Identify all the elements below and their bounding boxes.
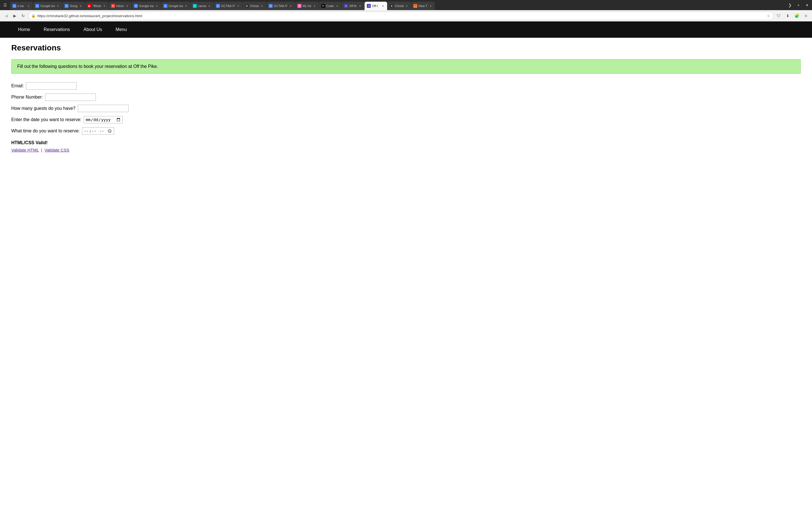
- bookmark-star-icon[interactable]: ☆: [767, 13, 770, 18]
- time-label: What time do you want to reserve:: [11, 128, 80, 133]
- tab-favicon: G: [64, 4, 68, 8]
- nav-link-about[interactable]: About Us: [77, 21, 109, 38]
- url-display: https://christiank32.github.io/restauran…: [37, 14, 765, 18]
- email-input[interactable]: [26, 82, 77, 90]
- tab-close-button[interactable]: ×: [335, 4, 339, 8]
- browser-chrome: ☰ Ge tra×GGoogle tra×GGoog×▶"Bliste×MInb…: [0, 0, 812, 21]
- date-label: Enter the date you want to reserve:: [11, 117, 82, 122]
- tab-close-button[interactable]: ×: [312, 4, 316, 8]
- validation-title: HTML/CSS Valid!: [11, 140, 801, 145]
- tab-list-button[interactable]: ▾: [803, 1, 811, 9]
- tab-close-button[interactable]: ×: [56, 4, 60, 8]
- tab-close-button[interactable]: ×: [260, 4, 264, 8]
- browser-tab[interactable]: ▶"Bliste×: [85, 2, 109, 10]
- browser-tab[interactable]: ●Christi×: [388, 2, 411, 10]
- tab-favicon: ♥: [297, 4, 301, 8]
- browser-tab[interactable]: GGCTAA IT×: [266, 2, 295, 10]
- tabs-container: Ge tra×GGoogle tra×GGoog×▶"Bliste×MInbox…: [10, 0, 785, 10]
- validation-links: Validate HTML | Validate CSS: [11, 148, 801, 152]
- main-content: Reservations Fill out the following ques…: [0, 38, 812, 158]
- guests-label: How many guests do you have?: [11, 106, 75, 111]
- download-button[interactable]: ⬇: [784, 12, 792, 20]
- nav-link-menu[interactable]: Menu: [109, 21, 134, 38]
- browser-tab[interactable]: ♥My Se×: [295, 2, 319, 10]
- nav-link-home[interactable]: Home: [11, 21, 37, 38]
- browser-tab[interactable]: GGoogle tra×: [161, 2, 190, 10]
- toolbar: ◀ ▶ ↻ 🔒 https://christiank32.github.io/r…: [0, 10, 812, 21]
- tab-close-button[interactable]: ×: [155, 4, 159, 8]
- tab-title: Google tra: [168, 4, 183, 8]
- tab-favicon: O: [344, 4, 348, 8]
- tab-close-button[interactable]: ×: [405, 4, 409, 8]
- tab-scroll-right-button[interactable]: ❯: [786, 1, 794, 9]
- tab-close-button[interactable]: ×: [184, 4, 188, 8]
- tab-favicon: 🦊: [413, 4, 417, 8]
- shield-icon[interactable]: 🛡: [775, 12, 783, 20]
- validate-css-link[interactable]: Validate CSS: [45, 148, 69, 152]
- browser-tab[interactable]: Ge tra×: [10, 2, 33, 10]
- tab-close-button[interactable]: ×: [236, 4, 240, 8]
- browser-tab[interactable]: Ccanva×: [191, 2, 213, 10]
- nav-link-reservations[interactable]: Reservations: [37, 21, 77, 38]
- time-input[interactable]: [82, 127, 114, 135]
- date-input[interactable]: [84, 116, 123, 123]
- nav-list: Home Reservations About Us Menu: [11, 21, 801, 38]
- tab-title: Google tra: [40, 4, 55, 8]
- tab-close-button[interactable]: ×: [27, 4, 31, 8]
- sidebar-toggle-button[interactable]: ☰: [1, 1, 9, 9]
- email-label: Email:: [11, 83, 24, 89]
- back-button[interactable]: ◀: [2, 12, 10, 20]
- tab-favicon: M: [111, 4, 115, 8]
- tab-favicon: ✦: [321, 4, 325, 8]
- time-group: What time do you want to reserve:: [11, 127, 801, 135]
- tab-favicon: G: [12, 4, 16, 8]
- tab-title: My Se: [303, 4, 311, 8]
- tab-close-button[interactable]: ×: [381, 4, 385, 8]
- browser-tab[interactable]: GGoogle tra×: [33, 2, 62, 10]
- nav-item-about[interactable]: About Us: [77, 21, 109, 38]
- menu-button[interactable]: ≡: [802, 12, 810, 20]
- browser-tab[interactable]: 🦊New T×: [411, 2, 435, 10]
- tab-bar-left: ☰: [1, 1, 9, 9]
- tab-favicon: O: [367, 4, 371, 8]
- tab-close-button[interactable]: ×: [428, 4, 433, 8]
- tab-title: New T: [418, 4, 427, 8]
- tab-title: Christi: [395, 4, 403, 8]
- browser-tab[interactable]: MInbox×: [109, 2, 132, 10]
- toolbar-nav: ◀ ▶ ↻: [2, 12, 27, 20]
- guests-group: How many guests do you have?: [11, 105, 801, 112]
- nav-item-home[interactable]: Home: [11, 21, 37, 38]
- phone-input[interactable]: [45, 94, 96, 101]
- tab-close-button[interactable]: ×: [125, 4, 129, 8]
- browser-tab[interactable]: ●Christi×: [243, 2, 266, 10]
- browser-tab[interactable]: GGoog×: [62, 2, 85, 10]
- tab-close-button[interactable]: ×: [79, 4, 83, 8]
- browser-tab[interactable]: ✦Code×: [319, 2, 342, 10]
- tab-favicon: G: [134, 4, 138, 8]
- forward-button[interactable]: ▶: [11, 12, 18, 20]
- nav-item-reservations[interactable]: Reservations: [37, 21, 77, 38]
- browser-tab[interactable]: OOff th×: [342, 2, 364, 10]
- browser-tab[interactable]: OOff t×: [364, 2, 387, 10]
- tab-close-button[interactable]: ×: [289, 4, 293, 8]
- tab-bar: ☰ Ge tra×GGoogle tra×GGoog×▶"Bliste×MInb…: [0, 0, 812, 10]
- tab-title: Inbox: [116, 4, 124, 8]
- tab-favicon: G: [269, 4, 273, 8]
- tab-close-button[interactable]: ×: [207, 4, 211, 8]
- tab-title: GCTAA IT: [274, 4, 288, 8]
- site-nav: Home Reservations About Us Menu: [0, 21, 812, 38]
- tab-close-button[interactable]: ×: [102, 4, 106, 8]
- address-bar[interactable]: 🔒 https://christiank32.github.io/restaur…: [28, 11, 774, 20]
- page-title: Reservations: [11, 43, 801, 52]
- browser-tab[interactable]: GGCTAA IT×: [214, 2, 242, 10]
- validate-html-link[interactable]: Validate HTML: [11, 148, 39, 152]
- new-tab-button[interactable]: +: [795, 1, 802, 9]
- extensions-button[interactable]: 🧩: [793, 12, 801, 20]
- tab-close-button[interactable]: ×: [358, 4, 362, 8]
- browser-tab[interactable]: GGoogle tra×: [132, 2, 161, 10]
- reload-button[interactable]: ↻: [19, 12, 27, 20]
- guests-input[interactable]: [78, 105, 129, 112]
- nav-item-menu[interactable]: Menu: [109, 21, 134, 38]
- phone-label: Phone Number:: [11, 95, 43, 100]
- tab-favicon: ▶: [87, 4, 91, 8]
